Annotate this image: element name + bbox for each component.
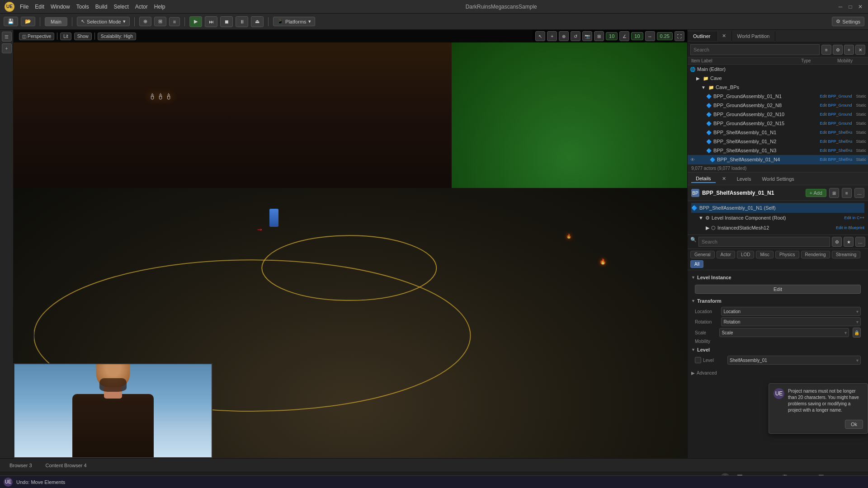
outliner-add-btn[interactable]: + bbox=[844, 45, 854, 55]
show-button[interactable]: Show bbox=[74, 33, 92, 40]
cat-streaming[interactable]: Streaming bbox=[832, 251, 861, 258]
outliner-settings-btn[interactable]: ⚙ bbox=[833, 45, 843, 55]
cat-all[interactable]: All bbox=[690, 260, 703, 268]
details-more-btn-2[interactable]: … bbox=[855, 237, 865, 247]
outliner-tab[interactable]: Outliner bbox=[688, 32, 717, 41]
level-instance-header[interactable]: ▼ Level Instance bbox=[691, 273, 864, 282]
details-favorites-btn[interactable]: ★ bbox=[844, 237, 854, 247]
tree-item-shelf1[interactable]: 🔷 BPP_ShelfAssembly_01_N1 Edit BPP_Shelf… bbox=[688, 128, 868, 137]
left-panel-btn-1[interactable]: + bbox=[2, 43, 12, 53]
save-button[interactable]: 💾 bbox=[4, 17, 18, 26]
bottom-tab-content-browser4[interactable]: Content Browser 4 bbox=[40, 461, 93, 470]
rotation-dropdown[interactable]: Rotation ▾ bbox=[721, 317, 861, 326]
menu-help[interactable]: Help bbox=[154, 4, 165, 10]
main-tab[interactable]: Main bbox=[45, 17, 67, 26]
maximize-button[interactable]: □ bbox=[847, 4, 854, 10]
pause-button[interactable]: ⏸ bbox=[236, 16, 248, 27]
transform-button[interactable]: ⊕ bbox=[139, 17, 151, 26]
advanced-row[interactable]: ▶ Advanced bbox=[691, 369, 864, 377]
close-outliner-btn[interactable]: ✕ bbox=[717, 31, 732, 41]
vp-cam-btn[interactable]: 📷 bbox=[582, 31, 592, 41]
vp-select-btn[interactable]: ↖ bbox=[535, 31, 545, 41]
scalability-button[interactable]: Scalability: High bbox=[98, 33, 136, 40]
lit-button[interactable]: Lit bbox=[60, 33, 71, 40]
cat-general[interactable]: General bbox=[690, 251, 715, 258]
tree-item-cave[interactable]: ▶ 📁 Cave bbox=[688, 74, 868, 83]
close-details-btn[interactable]: ✕ bbox=[717, 175, 731, 183]
menu-edit[interactable]: Edit bbox=[35, 4, 44, 10]
bottom-tab-browser3[interactable]: Browser 3 bbox=[4, 461, 38, 470]
edit-cpp-link[interactable]: Edit in C++ bbox=[844, 216, 864, 220]
tree-item-ground1[interactable]: 🔷 BPP_GroundAssembly_01_N1 Edit BPP_Grou… bbox=[688, 92, 868, 101]
edit-link-5[interactable]: Edit BPP_ShelfAs bbox=[820, 130, 856, 135]
edit-link-8[interactable]: Edit BPP_ShelfAs bbox=[820, 157, 856, 162]
vp-undo-btn[interactable]: ↺ bbox=[571, 31, 580, 41]
close-button[interactable]: ✕ bbox=[857, 4, 863, 10]
edit-level-button[interactable]: Edit bbox=[695, 285, 861, 294]
grid-button[interactable]: ≡ bbox=[169, 17, 180, 26]
menu-actor[interactable]: Actor bbox=[135, 4, 148, 10]
settings-button[interactable]: ⚙ Settings bbox=[832, 17, 864, 26]
perspective-button[interactable]: ◫ Perspective bbox=[19, 33, 54, 40]
edit-link-6[interactable]: Edit BPP_ShelfAs bbox=[820, 139, 856, 144]
menu-window[interactable]: Window bbox=[51, 4, 70, 10]
vp-angle-btn[interactable]: ∠ bbox=[619, 31, 629, 41]
details-search-settings-btn[interactable]: ⚙ bbox=[832, 237, 842, 247]
tree-item-main[interactable]: 🌐 Main (Editor) bbox=[688, 65, 868, 74]
snap-button[interactable]: ⊞ bbox=[154, 17, 166, 26]
cat-actor[interactable]: Actor bbox=[717, 251, 735, 258]
vp-dist-btn[interactable]: ↔ bbox=[645, 31, 655, 41]
cat-physics[interactable]: Physics bbox=[775, 251, 799, 258]
stop-button[interactable]: ⏹ bbox=[220, 16, 233, 27]
outliner-close-btn[interactable]: ✕ bbox=[855, 45, 865, 55]
details-more-btn[interactable]: … bbox=[854, 188, 864, 198]
selection-mode-button[interactable]: ↖ Selection Mode ▾ bbox=[77, 17, 130, 26]
menu-build[interactable]: Build bbox=[95, 4, 108, 10]
details-search-input[interactable] bbox=[698, 237, 830, 247]
edit-blueprint-link[interactable]: Edit in Blueprint bbox=[836, 225, 864, 230]
scale-dropdown[interactable]: Scale ▾ bbox=[719, 328, 849, 337]
outliner-filter-btn[interactable]: ≡ bbox=[821, 45, 831, 55]
tree-item-shelf3[interactable]: 🔷 BPP_ShelfAssembly_01_N3 Edit BPP_Shelf… bbox=[688, 146, 868, 155]
tree-item-cave-bps[interactable]: ▼ 📁 Cave_BPs bbox=[688, 83, 868, 92]
left-panel-toggle[interactable]: ☰ bbox=[2, 32, 12, 42]
tree-item-ground4[interactable]: 🔷 BPP_GroundAssembly_02_N15 Edit BPP_Gro… bbox=[688, 119, 868, 128]
tree-item-ground2[interactable]: 🔷 BPP_GroundAssembly_02_N8 Edit BPP_Grou… bbox=[688, 101, 868, 110]
tree-item-shelf2[interactable]: 🔷 BPP_ShelfAssembly_01_N2 Edit BPP_Shelf… bbox=[688, 137, 868, 146]
component-self[interactable]: 🔷 BPP_ShelfAssembly_01_N1 (Self) bbox=[691, 203, 864, 213]
step-button[interactable]: ⏭ bbox=[205, 16, 217, 27]
outliner-search-input[interactable] bbox=[690, 44, 820, 55]
level-checkbox[interactable] bbox=[695, 357, 701, 363]
edit-link-4[interactable]: Edit BPP_Ground bbox=[820, 121, 856, 126]
details-layout-btn[interactable]: ≡ bbox=[842, 188, 852, 198]
cat-lod[interactable]: LOD bbox=[737, 251, 755, 258]
menu-select[interactable]: Select bbox=[113, 4, 128, 10]
edit-link-3[interactable]: Edit BPP_Ground bbox=[820, 112, 856, 117]
tree-item-ground3[interactable]: 🔷 BPP_GroundAssembly_02_N10 Edit BPP_Gro… bbox=[688, 110, 868, 119]
vp-add-btn[interactable]: + bbox=[547, 31, 557, 41]
details-tab-world[interactable]: World Settings bbox=[757, 175, 798, 183]
minimize-button[interactable]: ─ bbox=[837, 4, 844, 10]
open-button[interactable]: 📂 bbox=[21, 17, 35, 26]
cat-rendering[interactable]: Rendering bbox=[801, 251, 830, 258]
notification-ok-button[interactable]: Ok bbox=[845, 420, 863, 429]
details-tab-levels[interactable]: Levels bbox=[732, 175, 756, 183]
vp-grid-btn[interactable]: ⊞ bbox=[594, 31, 604, 41]
edit-link-2[interactable]: Edit BPP_Ground bbox=[820, 103, 856, 108]
transform-section-header[interactable]: ▼ Transform bbox=[691, 296, 864, 305]
world-partition-tab[interactable]: World Partition bbox=[732, 32, 776, 41]
component-mesh[interactable]: ▶ ⬡ InstancedStaticMesh12 Edit in Bluepr… bbox=[706, 223, 864, 233]
eject-button[interactable]: ⏏ bbox=[251, 16, 264, 27]
scale-lock-btn[interactable]: 🔒 bbox=[853, 328, 861, 338]
details-add-button[interactable]: + Add bbox=[806, 189, 826, 197]
menu-file[interactable]: File bbox=[20, 4, 28, 10]
platforms-button[interactable]: 📱 Platforms ▾ bbox=[273, 17, 315, 26]
location-dropdown[interactable]: Location ▾ bbox=[721, 307, 861, 316]
details-grid-btn[interactable]: ⊞ bbox=[829, 188, 839, 198]
tree-item-shelf4[interactable]: 👁 🔷 BPP_ShelfAssembly_01_N4 Edit BPP_She… bbox=[688, 155, 868, 164]
viewport[interactable]: ◫ Perspective Lit Show Scalability: High… bbox=[14, 30, 687, 458]
edit-link-7[interactable]: Edit BPP_ShelfAs bbox=[820, 148, 856, 153]
cat-misc[interactable]: Misc bbox=[756, 251, 774, 258]
vp-fullscreen-btn[interactable]: ⛶ bbox=[675, 31, 684, 41]
details-tab-details[interactable]: Details bbox=[691, 175, 716, 183]
